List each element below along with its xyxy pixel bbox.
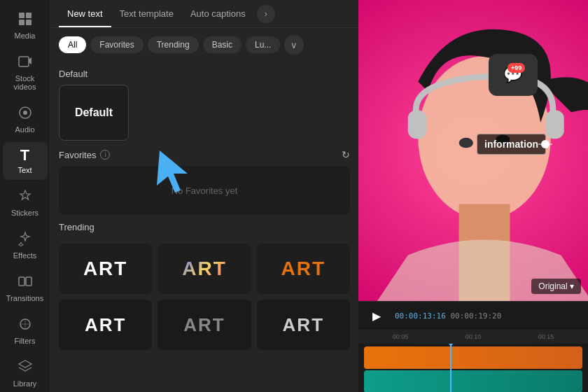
sidebar-item-stock-videos[interactable]: Stock videos: [3, 48, 48, 97]
transitions-icon: [18, 274, 33, 291]
svg-rect-7: [19, 277, 24, 286]
sidebar-item-label: Media: [15, 31, 36, 40]
tab-text-template[interactable]: Text template: [111, 0, 182, 27]
effects-icon: [18, 231, 33, 248]
tab-auto-captions[interactable]: Auto captions: [182, 0, 254, 27]
trending-card-art-white[interactable]: ART: [59, 244, 152, 294]
text-icon: T: [20, 148, 29, 163]
filters-icon: [18, 316, 33, 334]
stock-videos-icon: [18, 54, 33, 71]
tabs-more-button[interactable]: ›: [257, 5, 275, 23]
empty-favorites-text: No Favorites yet: [172, 186, 238, 196]
default-card-label: Default: [75, 106, 113, 119]
track-secondary[interactable]: [364, 370, 582, 392]
content-area[interactable]: Default Default Favorites i ↻ No Favorit…: [50, 62, 358, 392]
trending-card-art-orange[interactable]: ART: [257, 244, 350, 294]
chevron-right-icon: ›: [265, 9, 267, 19]
library-icon: [18, 359, 33, 377]
filter-favorites[interactable]: Favorites: [90, 36, 143, 53]
notification-bubble: 💬 +99: [489, 54, 538, 96]
audio-icon: [18, 105, 33, 122]
timeline-tracks[interactable]: [358, 344, 588, 392]
trending-card-5[interactable]: ART: [158, 300, 251, 350]
trending-card-label: ART: [83, 258, 128, 280]
info-icon[interactable]: i: [100, 150, 110, 160]
playhead: [450, 344, 451, 392]
filter-more-button[interactable]: ∨: [284, 35, 304, 55]
trending-card-label-5: ART: [183, 314, 225, 336]
sidebar-item-label: Effects: [13, 251, 36, 260]
tabs-bar: New text Text template Auto captions ›: [50, 0, 358, 28]
play-icon: ▶: [372, 309, 381, 323]
trending-grid: ART ART ART: [59, 244, 350, 294]
sidebar-item-label: Stock videos: [6, 74, 45, 91]
svg-rect-2: [19, 20, 24, 25]
time-markers: 00:05 00:10 00:15: [358, 330, 588, 344]
svg-point-16: [459, 138, 473, 148]
default-section-title: Default: [59, 62, 350, 85]
text-overlay-box[interactable]: information: [477, 134, 546, 155]
trending-card-art-gradient[interactable]: ART: [158, 244, 251, 294]
original-button[interactable]: Original ▾: [531, 279, 581, 294]
sidebar-item-label: Text: [18, 166, 31, 174]
filter-bar: All Favorites Trending Basic Lu... ∨: [50, 28, 358, 62]
sidebar-item-filters[interactable]: Filters: [3, 311, 48, 351]
main-panel: New text Text template Auto captions › A…: [50, 0, 358, 392]
svg-rect-3: [26, 20, 31, 25]
filter-luxury[interactable]: Lu...: [246, 36, 280, 53]
svg-rect-8: [26, 277, 31, 286]
timeline-controls: ▶ 00:00:13:16 00:00:19:20: [358, 302, 588, 330]
sidebar-item-text[interactable]: T Text: [3, 142, 48, 180]
trending-section-title: Trending: [59, 215, 350, 238]
trending-card-6[interactable]: ART: [257, 300, 350, 350]
svg-rect-1: [26, 13, 31, 18]
empty-favorites-placeholder: No Favorites yet: [59, 166, 350, 215]
sidebar-item-label: Stickers: [11, 209, 38, 217]
text-overlay-content: information: [484, 139, 538, 150]
svg-rect-0: [19, 13, 24, 18]
trending-card-label-6: ART: [283, 314, 324, 336]
sidebar-item-stickers[interactable]: Stickers: [3, 183, 48, 223]
trending-card-label: ART: [281, 258, 326, 280]
time-marker-2: 00:10: [437, 333, 510, 340]
time-marker-3: 00:15: [510, 333, 582, 340]
sidebar-item-transitions[interactable]: Transitions: [3, 268, 48, 308]
right-panel: 💬 +99 information Original ▾ ▶ 00:00:13:…: [358, 0, 588, 392]
filter-basic[interactable]: Basic: [203, 36, 241, 53]
sidebar-item-media[interactable]: Media: [3, 6, 48, 46]
svg-point-6: [23, 111, 27, 115]
default-text-card[interactable]: Default: [59, 85, 129, 141]
video-preview[interactable]: 💬 +99 information Original ▾: [358, 0, 588, 301]
preview-image: [358, 0, 588, 301]
chevron-down-icon: ∨: [290, 40, 298, 50]
trending-card-4[interactable]: ART: [59, 300, 152, 350]
media-icon: [18, 11, 33, 29]
track-main[interactable]: [364, 346, 582, 369]
trending-grid-2: ART ART ART: [59, 300, 350, 350]
trending-card-label-4: ART: [85, 314, 126, 336]
favorites-header: Favorites i ↻: [59, 141, 350, 166]
favorites-title: Favorites i: [59, 150, 110, 160]
text-overlay[interactable]: information: [477, 134, 546, 155]
svg-rect-14: [545, 110, 564, 139]
time-marker-1: 00:05: [364, 333, 437, 340]
stickers-icon: [18, 188, 33, 206]
sidebar-item-audio[interactable]: Audio: [3, 99, 48, 139]
filter-trending[interactable]: Trending: [148, 36, 199, 53]
play-button[interactable]: ▶: [367, 306, 386, 326]
time-display: 00:00:13:16 00:00:19:20: [395, 312, 501, 321]
sidebar-item-library[interactable]: Library: [3, 354, 48, 392]
timeline-ruler: 00:05 00:10 00:15: [358, 330, 588, 344]
sidebar-item-label: Filters: [15, 337, 36, 345]
sidebar-item-effects[interactable]: Effects: [3, 225, 48, 265]
notification-badge: +99: [507, 63, 525, 73]
current-time: 00:00:13:16: [395, 312, 446, 321]
original-label: Original ▾: [538, 281, 574, 291]
total-time: 00:00:19:20: [450, 312, 501, 321]
timeline: ▶ 00:00:13:16 00:00:19:20 00:05 00:10 00…: [358, 301, 588, 392]
tab-new-text[interactable]: New text: [59, 0, 111, 27]
favorites-label: Favorites: [59, 150, 96, 160]
refresh-button[interactable]: ↻: [342, 149, 350, 160]
sidebar-item-label: Library: [13, 379, 37, 388]
filter-all[interactable]: All: [59, 36, 86, 53]
